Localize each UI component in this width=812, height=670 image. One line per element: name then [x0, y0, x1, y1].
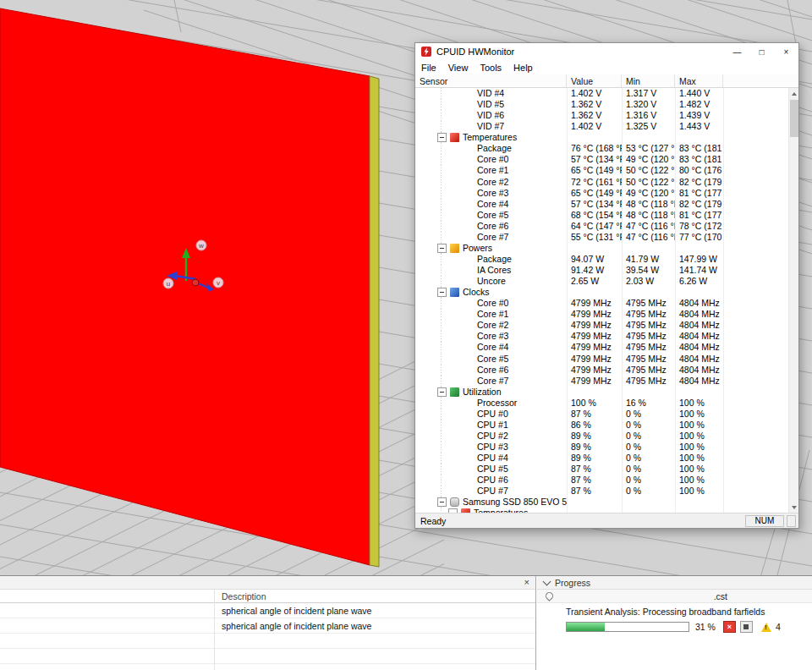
close-panel-icon[interactable]: × — [524, 578, 529, 587]
sensor-row[interactable]: Core #54799 MHz4795 MHz4804 MHz — [415, 354, 788, 365]
sensor-row[interactable]: Core #057 °C (134 °F)49 °C (120 °F)83 °C… — [415, 154, 788, 165]
progress-panel-title: Progress — [555, 578, 590, 588]
vertical-scrollbar[interactable] — [788, 88, 798, 513]
sensor-max: 100 % — [675, 409, 723, 420]
sensor-row[interactable]: Core #568 °C (154 °F)48 °C (118 °F)81 °C… — [415, 210, 788, 221]
sensor-row[interactable]: VID #41.402 V1.317 V1.440 V — [415, 88, 788, 99]
pin-icon[interactable] — [544, 590, 555, 601]
sensor-min: 4795 MHz — [622, 354, 675, 365]
sensor-row[interactable]: VID #61.362 V1.316 V1.439 V — [415, 110, 788, 121]
sensor-row[interactable]: Core #04799 MHz4795 MHz4804 MHz — [415, 298, 788, 309]
menu-tools[interactable]: Tools — [474, 63, 508, 73]
progress-body: Transient Analysis: Processing broadband… — [537, 603, 812, 633]
parameter-panel-caption: × — [0, 576, 535, 590]
sensor-row[interactable]: Core #664 °C (147 °F)47 °C (116 °F)78 °C… — [415, 221, 788, 232]
sensor-row[interactable]: CPU #787 %0 %100 % — [415, 486, 788, 497]
menu-file[interactable]: File — [415, 63, 442, 73]
utilization-icon — [450, 387, 459, 397]
sensor-row[interactable]: IA Cores91.42 W39.54 W141.74 W — [415, 265, 788, 276]
sensor-row[interactable]: Clocks — [415, 287, 788, 298]
title-bar[interactable]: CPUID HWMonitor — □ × — [415, 43, 798, 60]
close-button[interactable]: × — [774, 43, 798, 60]
sensor-row[interactable]: Temperatures — [415, 508, 788, 513]
expand-collapse-toggle[interactable] — [437, 288, 447, 297]
expand-collapse-toggle[interactable] — [437, 497, 447, 507]
sensor-row[interactable]: CPU #489 %0 %100 % — [415, 453, 788, 464]
sensor-row[interactable]: CPU #186 %0 %100 % — [415, 420, 788, 431]
scroll-down-button[interactable] — [789, 502, 798, 513]
expand-collapse-toggle[interactable] — [448, 508, 458, 513]
sensor-row[interactable]: Core #165 °C (149 °F)50 °C (122 °F)80 °C… — [415, 165, 788, 176]
scrollbar-thumb[interactable] — [790, 100, 798, 137]
sensor-row[interactable]: CPU #587 %0 %100 % — [415, 464, 788, 475]
sensor-row[interactable]: Utilization — [415, 387, 788, 398]
sensor-max: 77 °C (170 °F) — [675, 232, 723, 243]
sensor-max: 147.99 W — [675, 254, 723, 265]
sensor-row[interactable]: CPU #389 %0 %100 % — [415, 442, 788, 453]
pause-button[interactable] — [740, 621, 753, 633]
sensor-row[interactable]: Powers — [415, 243, 788, 254]
table-row[interactable] — [0, 634, 535, 649]
progress-row: 31 % × 4 — [566, 621, 812, 633]
sensor-value: 68 °C (154 °F) — [567, 210, 622, 221]
description-column-header[interactable]: Description — [0, 590, 535, 603]
sensor-row[interactable]: Core #14799 MHz4795 MHz4804 MHz — [415, 309, 788, 320]
minimize-button[interactable]: — — [725, 43, 749, 60]
sensor-label: Processor — [477, 398, 517, 409]
sensor-row[interactable]: Core #34799 MHz4795 MHz4804 MHz — [415, 331, 788, 342]
column-header-row: Sensor Value Min Max — [415, 74, 798, 88]
sensor-row[interactable]: Core #74799 MHz4795 MHz4804 MHz — [415, 376, 788, 387]
sensor-row[interactable]: Core #64799 MHz4795 MHz4804 MHz — [415, 365, 788, 376]
table-row[interactable] — [0, 649, 535, 664]
column-header-value[interactable]: Value — [567, 74, 622, 87]
maximize-button[interactable]: □ — [749, 43, 774, 60]
sensor-label: Core #5 — [477, 354, 508, 365]
sensor-label: IA Cores — [477, 265, 511, 276]
expand-collapse-toggle[interactable] — [437, 244, 447, 253]
sensor-row[interactable]: Temperatures — [415, 132, 788, 143]
expand-collapse-toggle[interactable] — [437, 387, 447, 397]
sensor-row[interactable]: Core #755 °C (131 °F)47 °C (116 °F)77 °C… — [415, 232, 788, 243]
sensor-row[interactable]: Core #457 °C (134 °F)48 °C (118 °F)82 °C… — [415, 199, 788, 210]
abort-button[interactable]: × — [723, 621, 736, 633]
scroll-up-button[interactable] — [789, 88, 798, 99]
sensor-max: 6.26 W — [675, 276, 723, 287]
sensor-row[interactable]: Processor100 %16 %100 % — [415, 398, 788, 409]
sensor-max: 1.440 V — [675, 88, 723, 99]
sensor-row[interactable]: Core #365 °C (149 °F)49 °C (120 °F)81 °C… — [415, 188, 788, 199]
column-header-min[interactable]: Min — [622, 74, 675, 87]
sensor-row[interactable]: Core #44799 MHz4795 MHz4804 MHz — [415, 342, 788, 353]
sensor-row[interactable]: Samsung SSD 850 EVO 500GB — [415, 497, 788, 508]
chevron-down-icon[interactable] — [543, 577, 551, 585]
table-row[interactable]: spherical angle of incident plane wave — [0, 618, 535, 634]
sensor-max: 83 °C (181 °F) — [675, 143, 723, 154]
expand-collapse-toggle[interactable] — [437, 133, 447, 142]
sensor-label: Samsung SSD 850 EVO 500GB — [463, 497, 567, 508]
warning-icon[interactable] — [761, 623, 771, 632]
sensor-max: 83 °C (181 °F) — [675, 154, 723, 165]
sensor-row[interactable]: CPU #687 %0 %100 % — [415, 475, 788, 486]
column-header-max[interactable]: Max — [675, 74, 723, 87]
sensor-row[interactable]: Core #24799 MHz4795 MHz4804 MHz — [415, 320, 788, 331]
sensor-row[interactable]: Package94.07 W41.79 W147.99 W — [415, 254, 788, 265]
sensor-min: 0 % — [622, 420, 675, 431]
sensor-row[interactable]: VID #51.362 V1.320 V1.482 V — [415, 99, 788, 110]
sensor-row[interactable]: Core #272 °C (161 °F)50 °C (122 °F)82 °C… — [415, 177, 788, 188]
column-header-spacer — [723, 74, 798, 87]
sensor-list: VID #41.402 V1.317 V1.440 VVID #51.362 V… — [415, 88, 798, 513]
sensor-row[interactable]: Package76 °C (168 °F)53 °C (127 °F)83 °C… — [415, 143, 788, 154]
hwmonitor-window: CPUID HWMonitor — □ × File View Tools He… — [414, 42, 799, 529]
status-text: Ready — [415, 516, 446, 526]
menu-help[interactable]: Help — [508, 63, 539, 73]
sensor-row[interactable]: CPU #289 %0 %100 % — [415, 431, 788, 442]
red-plane[interactable] — [0, 8, 370, 565]
arrow-down-icon — [792, 506, 797, 509]
sensor-row[interactable]: CPU #087 %0 %100 % — [415, 409, 788, 420]
sensor-label: Utilization — [463, 387, 502, 398]
sensor-row[interactable]: Uncore2.65 W2.03 W6.26 W — [415, 276, 788, 287]
menu-view[interactable]: View — [442, 63, 475, 73]
sensor-label: Core #2 — [477, 320, 508, 331]
table-row[interactable]: spherical angle of incident plane wave — [0, 603, 535, 618]
column-header-sensor[interactable]: Sensor — [415, 74, 567, 87]
sensor-row[interactable]: VID #71.402 V1.325 V1.443 V — [415, 121, 788, 132]
